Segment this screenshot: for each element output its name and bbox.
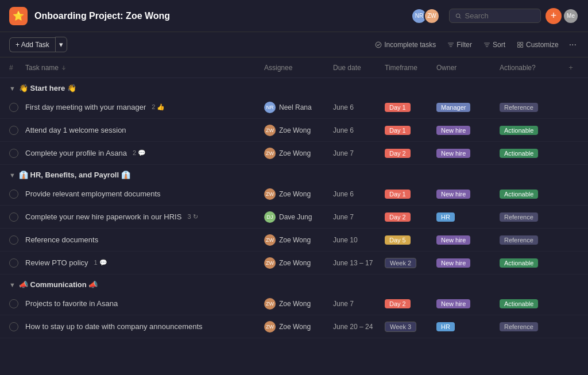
timeframe-badge: Day 1: [385, 103, 411, 112]
task-assignee-cell[interactable]: ZW Zoe Wong: [264, 257, 333, 269]
task-actionable: Actionable: [500, 258, 563, 268]
assignee-avatar: ZW: [264, 321, 276, 333]
customize-icon: [517, 41, 524, 48]
task-checkbox[interactable]: [9, 212, 25, 222]
customize-button[interactable]: Customize: [513, 38, 562, 51]
timeframe-badge: Week 3: [385, 322, 416, 332]
timeframe-badge: Day 2: [385, 212, 411, 222]
task-assignee-cell[interactable]: ZW Zoe Wong: [264, 234, 333, 246]
actionable-badge: Reference: [500, 212, 538, 222]
avatar-zoe[interactable]: ZW: [424, 8, 440, 24]
timeframe-badge: Day 5: [385, 235, 411, 245]
task-owner: New hire: [436, 258, 500, 268]
check-circle[interactable]: [9, 190, 18, 199]
assignee-name: Zoe Wong: [279, 126, 311, 134]
filter-button[interactable]: Filter: [444, 38, 475, 51]
task-assignee-cell[interactable]: ZW Zoe Wong: [264, 125, 333, 136]
col-timeframe: Timeframe: [385, 64, 436, 72]
task-name-cell[interactable]: How to stay up to date with company anno…: [25, 322, 264, 331]
timeframe-badge: Week 2: [385, 258, 416, 268]
task-owner: New hire: [436, 149, 500, 158]
task-assignee-cell[interactable]: ZW Zoe Wong: [264, 321, 333, 333]
task-assignee-cell[interactable]: DJ Dave Jung: [264, 211, 333, 223]
task-checkbox[interactable]: [9, 322, 25, 331]
add-task-group: + Add Task ▾: [9, 37, 67, 52]
section-header-communication[interactable]: ▼ 📣 Communication 📣: [0, 275, 588, 292]
table-row: Projects to favorite in Asana ZW Zoe Won…: [0, 292, 588, 315]
task-name-cell[interactable]: Complete your new hire paperwork in our …: [25, 212, 264, 221]
task-owner: Manager: [436, 103, 500, 112]
task-name-cell[interactable]: Attend day 1 welcome session: [25, 126, 264, 134]
avatar-group: NR ZW: [411, 8, 440, 24]
app-container: ⭐ Onboarding Project: Zoe Wong NR ZW + M…: [0, 0, 588, 375]
circle-check-icon: [375, 41, 382, 48]
task-assignee-cell[interactable]: ZW Zoe Wong: [264, 188, 333, 200]
owner-badge: New hire: [436, 126, 470, 135]
app-logo: ⭐: [9, 7, 28, 25]
task-name-cell[interactable]: Reference documents: [25, 235, 264, 244]
check-circle[interactable]: [9, 235, 18, 245]
task-count: 2 💬: [133, 149, 146, 157]
more-options-button[interactable]: ···: [567, 37, 579, 52]
task-due-date: June 20 – 24: [333, 323, 385, 331]
add-task-dropdown[interactable]: ▾: [55, 37, 67, 52]
avatar-me[interactable]: Me: [563, 8, 579, 24]
check-circle[interactable]: [9, 322, 18, 331]
incomplete-tasks-button[interactable]: Incomplete tasks: [372, 38, 439, 51]
check-circle[interactable]: [9, 212, 18, 222]
task-checkbox[interactable]: [9, 190, 25, 199]
task-name-text: Review PTO policy: [25, 258, 88, 267]
task-actionable: Reference: [500, 212, 563, 222]
task-actionable: Actionable: [500, 299, 563, 308]
section-header-hr-benefits[interactable]: ▼ 👔 HR, Benefits, and Payroll 👔: [0, 165, 588, 183]
task-count: 3 ↻: [187, 213, 198, 221]
task-actionable: Reference: [500, 103, 563, 112]
search-bar[interactable]: [449, 9, 541, 23]
task-checkbox[interactable]: [9, 235, 25, 245]
table-row: Provide relevant employment documents ZW…: [0, 183, 588, 206]
search-input[interactable]: [465, 11, 535, 20]
task-timeframe: Day 2: [385, 212, 436, 222]
check-circle[interactable]: [9, 126, 18, 135]
col-add[interactable]: +: [563, 63, 579, 72]
actionable-badge: Reference: [500, 103, 538, 112]
col-hash: #: [9, 64, 25, 72]
header-actions: NR ZW + Me: [411, 8, 579, 24]
header: ⭐ Onboarding Project: Zoe Wong NR ZW + M…: [0, 0, 588, 32]
check-circle[interactable]: [9, 258, 18, 268]
task-name-cell[interactable]: Provide relevant employment documents: [25, 190, 264, 198]
task-checkbox[interactable]: [9, 149, 25, 158]
svg-rect-4: [517, 45, 520, 47]
col-task-name[interactable]: Task name: [25, 64, 264, 72]
task-assignee-cell[interactable]: NR Neel Rana: [264, 102, 333, 113]
task-due-date: June 7: [333, 213, 385, 221]
timeframe-badge: Day 1: [385, 126, 411, 135]
task-owner: New hire: [436, 299, 500, 308]
task-name-text: Complete your new hire paperwork in our …: [25, 212, 181, 221]
table-row: Review PTO policy 1 💬 ZW Zoe Wong June 1…: [0, 252, 588, 275]
table-row: First day meeting with your manager 2 👍 …: [0, 96, 588, 119]
task-count: 1 💬: [94, 259, 107, 266]
check-circle[interactable]: [9, 299, 18, 308]
task-checkbox[interactable]: [9, 103, 25, 112]
sort-button[interactable]: Sort: [480, 38, 509, 51]
task-checkbox[interactable]: [9, 299, 25, 308]
task-checkbox[interactable]: [9, 126, 25, 135]
add-task-button[interactable]: + Add Task: [9, 37, 55, 52]
add-button[interactable]: +: [546, 8, 562, 24]
task-owner: HR: [436, 212, 500, 222]
task-due-date: June 6: [333, 190, 385, 198]
task-name-cell[interactable]: Review PTO policy 1 💬: [25, 258, 264, 267]
task-owner: New hire: [436, 190, 500, 199]
check-circle[interactable]: [9, 103, 18, 112]
task-name-cell[interactable]: First day meeting with your manager 2 👍: [25, 103, 264, 111]
task-name-cell[interactable]: Projects to favorite in Asana: [25, 299, 264, 308]
task-assignee-cell[interactable]: ZW Zoe Wong: [264, 298, 333, 310]
check-circle[interactable]: [9, 149, 18, 158]
task-due-date: June 6: [333, 103, 385, 111]
task-assignee-cell[interactable]: ZW Zoe Wong: [264, 148, 333, 159]
task-name-cell[interactable]: Complete your profile in Asana 2 💬: [25, 149, 264, 157]
task-checkbox[interactable]: [9, 258, 25, 268]
owner-badge: New hire: [436, 149, 470, 158]
section-header-start-here[interactable]: ▼ 👋 Start here 👋: [0, 78, 588, 96]
